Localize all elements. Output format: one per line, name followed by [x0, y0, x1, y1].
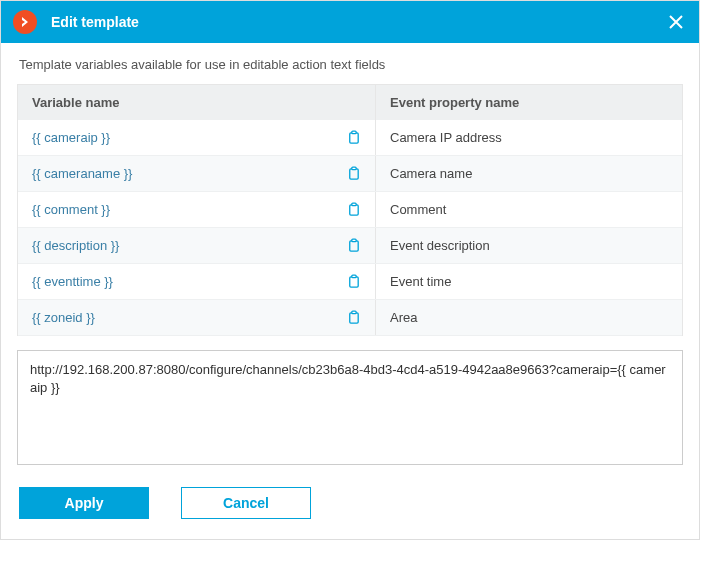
- clipboard-icon: [346, 130, 361, 145]
- header-property-name: Event property name: [376, 85, 682, 120]
- edit-template-dialog: Edit template Template variables availab…: [0, 0, 700, 540]
- variable-name: {{ cameraname }}: [32, 166, 132, 181]
- property-name: Camera name: [390, 166, 472, 181]
- property-name: Area: [390, 310, 417, 325]
- close-icon: [669, 15, 683, 29]
- subtitle: Template variables available for use in …: [17, 57, 683, 72]
- button-row: Apply Cancel: [17, 487, 683, 519]
- clipboard-icon: [346, 166, 361, 181]
- table-row: {{ comment }}Comment: [18, 192, 682, 228]
- variable-name: {{ eventtime }}: [32, 274, 113, 289]
- svg-rect-0: [350, 133, 358, 143]
- property-cell: Event time: [376, 264, 682, 299]
- table-row: {{ eventtime }}Event time: [18, 264, 682, 300]
- svg-rect-5: [352, 203, 356, 205]
- svg-rect-2: [350, 169, 358, 179]
- variable-cell: {{ comment }}: [18, 192, 376, 227]
- copy-button[interactable]: [346, 166, 361, 181]
- copy-button[interactable]: [346, 202, 361, 217]
- variable-name: {{ cameraip }}: [32, 130, 110, 145]
- property-cell: Event description: [376, 228, 682, 263]
- header-variable-name: Variable name: [18, 85, 376, 120]
- template-editor[interactable]: http://192.168.200.87:8080/configure/cha…: [17, 350, 683, 465]
- copy-button[interactable]: [346, 130, 361, 145]
- property-cell: Camera IP address: [376, 120, 682, 155]
- dialog-title: Edit template: [51, 14, 665, 30]
- table-row: {{ description }}Event description: [18, 228, 682, 264]
- property-cell: Comment: [376, 192, 682, 227]
- titlebar: Edit template: [1, 1, 699, 43]
- copy-button[interactable]: [346, 310, 361, 325]
- svg-rect-11: [352, 311, 356, 313]
- variable-name: {{ comment }}: [32, 202, 110, 217]
- copy-button[interactable]: [346, 238, 361, 253]
- svg-rect-1: [352, 131, 356, 133]
- table-header: Variable name Event property name: [18, 85, 682, 120]
- cancel-button[interactable]: Cancel: [181, 487, 311, 519]
- variable-cell: {{ cameraip }}: [18, 120, 376, 155]
- clipboard-icon: [346, 274, 361, 289]
- clipboard-icon: [346, 238, 361, 253]
- property-cell: Camera name: [376, 156, 682, 191]
- variable-cell: {{ cameraname }}: [18, 156, 376, 191]
- chevron-right-icon: [20, 17, 30, 27]
- svg-rect-10: [350, 313, 358, 323]
- property-name: Event description: [390, 238, 490, 253]
- svg-rect-3: [352, 167, 356, 169]
- clipboard-icon: [346, 202, 361, 217]
- copy-button[interactable]: [346, 274, 361, 289]
- variable-cell: {{ zoneid }}: [18, 300, 376, 335]
- table-row: {{ zoneid }}Area: [18, 300, 682, 336]
- table-row: {{ cameraname }}Camera name: [18, 156, 682, 192]
- property-name: Camera IP address: [390, 130, 502, 145]
- property-name: Comment: [390, 202, 446, 217]
- svg-rect-6: [350, 241, 358, 251]
- variable-name: {{ zoneid }}: [32, 310, 95, 325]
- app-icon: [13, 10, 37, 34]
- svg-rect-8: [350, 277, 358, 287]
- close-button[interactable]: [665, 11, 687, 33]
- variable-cell: {{ eventtime }}: [18, 264, 376, 299]
- clipboard-icon: [346, 310, 361, 325]
- property-name: Event time: [390, 274, 451, 289]
- property-cell: Area: [376, 300, 682, 335]
- svg-rect-7: [352, 239, 356, 241]
- svg-rect-4: [350, 205, 358, 215]
- variable-cell: {{ description }}: [18, 228, 376, 263]
- apply-button[interactable]: Apply: [19, 487, 149, 519]
- variable-name: {{ description }}: [32, 238, 119, 253]
- table-row: {{ cameraip }}Camera IP address: [18, 120, 682, 156]
- svg-rect-9: [352, 275, 356, 277]
- variables-table: Variable name Event property name {{ cam…: [17, 84, 683, 336]
- dialog-content: Template variables available for use in …: [1, 43, 699, 539]
